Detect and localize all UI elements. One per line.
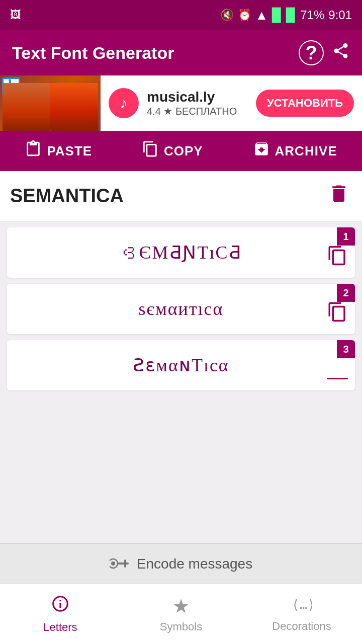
app-title: Text Font Generator <box>12 43 291 63</box>
copy-result-3[interactable] <box>327 364 348 385</box>
font-card: 2 ѕємαитıcα <box>7 284 355 334</box>
decorations-label: Decorations <box>272 620 331 633</box>
signal2-icon: ▉ <box>286 8 296 23</box>
svg-rect-4 <box>124 559 126 564</box>
ad-app-name: musical.ly <box>147 89 256 105</box>
letters-icon <box>51 594 70 618</box>
text-input[interactable] <box>10 185 326 207</box>
copy-result-1[interactable] <box>327 245 348 271</box>
card-number-3: 3 <box>337 340 355 358</box>
card-number-2: 2 <box>337 284 355 302</box>
copy-result-2[interactable] <box>327 301 348 327</box>
delete-button[interactable] <box>326 181 352 212</box>
encode-icon <box>110 554 129 573</box>
time-text: 9:01 <box>328 8 352 22</box>
status-icons: 🔇 ⏰ ▲ ▉ ▉ 71% 9:01 <box>220 8 352 23</box>
svg-point-2 <box>111 561 115 566</box>
svg-rect-3 <box>118 562 129 565</box>
alarm-icon: ⏰ <box>238 9 251 22</box>
ad-person2 <box>50 83 98 131</box>
signal-icon: ▉ <box>272 8 282 23</box>
svg-rect-0 <box>327 378 348 379</box>
ad-persons <box>0 75 101 131</box>
paste-label: PASTE <box>47 143 92 159</box>
copy-button[interactable]: COPY <box>142 140 203 162</box>
symbols-label: Symbols <box>160 620 202 633</box>
paste-icon <box>25 140 42 162</box>
ad-install-button[interactable]: УСТАНОВИТЬ <box>256 90 354 117</box>
svg-text:⟨…⟩: ⟨…⟩ <box>292 598 312 612</box>
bottom-nav: Letters ★ Symbols ⟨…⟩ Decorations <box>0 584 362 644</box>
paste-button[interactable]: PASTE <box>25 140 92 162</box>
font-text-2: ѕємαитıcα <box>17 298 345 319</box>
toolbar: PASTE COPY ARCHIVE <box>0 131 362 171</box>
archive-label: ARCHIVE <box>275 143 337 159</box>
ad-person1 <box>3 83 50 131</box>
mute-icon: 🔇 <box>220 9 234 22</box>
svg-rect-5 <box>124 564 126 568</box>
card-number-1: 1 <box>337 227 355 246</box>
ad-text-block: musical.ly 4.4 ★ БЕСПЛАТНО <box>147 89 256 117</box>
copy-label: COPY <box>164 143 203 159</box>
ad-banner[interactable]: ℹ✕ ♪ musical.ly 4.4 ★ БЕСПЛАТНО УСТАНОВИ… <box>0 75 362 131</box>
share-button[interactable] <box>332 42 350 64</box>
ad-image: ℹ✕ <box>0 75 101 131</box>
symbols-icon: ★ <box>172 595 190 617</box>
ad-rating: 4.4 ★ БЕСПЛАТНО <box>147 105 256 117</box>
font-text-1: ꃳЄMƋƝTıСƋ <box>17 242 345 263</box>
encode-bar[interactable]: Encode messages <box>0 543 362 584</box>
results-container: 1 ꃳЄMƋƝTıСƋ 2 ѕємαитıcα 3 ƧɛмαɴTıcα <box>0 221 362 543</box>
font-text-3: ƧɛмαɴTıcα <box>17 355 345 376</box>
nav-symbols[interactable]: ★ Symbols <box>121 595 241 633</box>
archive-icon <box>253 140 270 162</box>
battery-text: 71% <box>300 8 324 22</box>
font-card: 1 ꃳЄMƋƝTıСƋ <box>7 227 355 278</box>
archive-button[interactable]: ARCHIVE <box>253 140 337 162</box>
status-bar: 🖼 🔇 ⏰ ▲ ▉ ▉ 71% 9:01 <box>0 0 362 30</box>
help-button[interactable]: ? <box>299 40 324 65</box>
font-card: 3 ƧɛмαɴTıcα <box>7 340 355 390</box>
wifi-icon: ▲ <box>255 8 268 23</box>
letters-label: Letters <box>43 621 77 634</box>
status-bar-left: 🖼 <box>10 9 21 22</box>
input-area <box>0 171 362 221</box>
copy-icon <box>142 140 159 162</box>
nav-decorations[interactable]: ⟨…⟩ Decorations <box>241 596 362 633</box>
app-bar: Text Font Generator ? <box>0 30 362 75</box>
ad-info: ♪ musical.ly 4.4 ★ БЕСПЛАТНО УСТАНОВИТЬ <box>101 75 362 131</box>
decorations-icon: ⟨…⟩ <box>292 596 312 617</box>
encode-label: Encode messages <box>137 556 252 572</box>
ad-logo: ♪ <box>109 88 139 118</box>
nav-letters[interactable]: Letters <box>0 594 121 634</box>
